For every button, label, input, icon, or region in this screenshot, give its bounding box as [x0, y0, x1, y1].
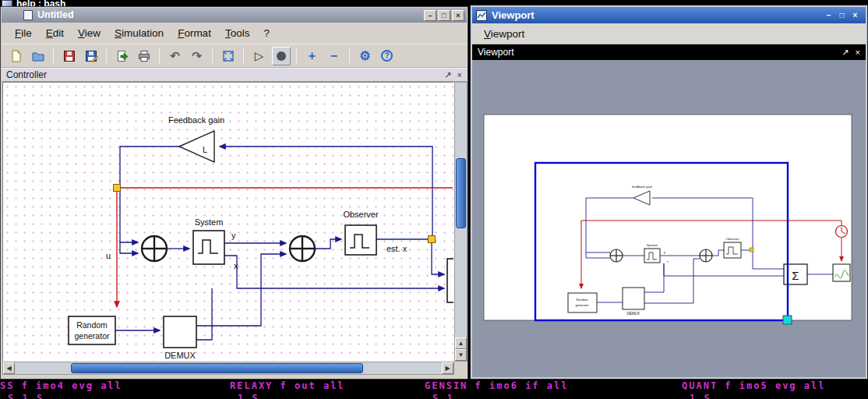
- horizontal-scroll-thumb[interactable]: [71, 363, 363, 373]
- scroll-right-button[interactable]: ▶: [442, 362, 453, 374]
- observer-block[interactable]: [345, 225, 376, 255]
- viewport-panel-header[interactable]: Viewport ↗ ×: [472, 44, 866, 60]
- vertical-scrollbar[interactable]: ▲ ▼: [454, 82, 468, 362]
- selection-resize-handle[interactable]: [783, 316, 792, 324]
- open-folder-icon: [31, 49, 45, 63]
- mini-random-label-1: Random: [576, 298, 588, 302]
- menu-help[interactable]: ?: [256, 25, 277, 41]
- mini-random-label-2: generator: [575, 303, 589, 307]
- play-icon: ▷: [255, 49, 264, 63]
- scroll-up-button[interactable]: ▲: [455, 337, 467, 349]
- system-block[interactable]: [193, 231, 224, 264]
- u-label: u: [106, 251, 111, 260]
- editor-window: Untitled – □ × File Edit View Simulation…: [0, 6, 468, 380]
- stop-button-face: [272, 47, 291, 65]
- mini-random-generator-block: Random generator: [568, 293, 597, 312]
- sum-block[interactable]: [142, 236, 167, 261]
- open-button[interactable]: [28, 47, 48, 65]
- compare-block[interactable]: + −: [447, 259, 454, 302]
- viewport-window: Viewport – □ × Viewport Viewport ↗ ×: [470, 5, 868, 380]
- minimize-button[interactable]: –: [424, 10, 436, 21]
- close-button[interactable]: ×: [452, 10, 464, 21]
- viewport-window-title: Viewport: [492, 9, 822, 21]
- menu-file[interactable]: File: [8, 25, 39, 41]
- export-icon: [115, 49, 129, 63]
- viewport-menubar: Viewport: [472, 23, 866, 44]
- options-button[interactable]: ⚙: [355, 47, 375, 65]
- link-node[interactable]: [114, 185, 121, 192]
- viewport-titlebar[interactable]: Viewport – □ ×: [472, 7, 866, 23]
- menu-tools[interactable]: Tools: [218, 25, 257, 41]
- demux-label: DEMUX: [164, 351, 196, 360]
- feedback-gain-label: Feedback gain: [168, 115, 224, 125]
- undo-icon: ↶: [170, 49, 180, 63]
- mini-demux-block: [623, 288, 644, 309]
- fit-diagram-button[interactable]: [218, 47, 238, 65]
- est-x-label: est. x: [386, 244, 408, 253]
- fit-to-view-icon: [221, 49, 235, 63]
- about-button[interactable]: ?: [377, 47, 397, 65]
- maximize-button[interactable]: □: [835, 9, 849, 22]
- x-label: x: [234, 261, 238, 270]
- menu-format[interactable]: Format: [171, 25, 218, 41]
- toolbar-separator: [349, 48, 350, 64]
- zoom-in-icon: +: [309, 49, 316, 63]
- random-generator-block[interactable]: Random generator: [69, 316, 115, 344]
- save-button[interactable]: [59, 47, 79, 65]
- undo-button[interactable]: ↶: [165, 47, 185, 65]
- stop-icon: [277, 51, 286, 61]
- viewport-content[interactable]: feedback gain System y x: [472, 60, 866, 377]
- panel-close-icon[interactable]: ×: [856, 48, 860, 57]
- viewport-panel-title: Viewport: [478, 47, 513, 58]
- document-icon: [23, 10, 33, 20]
- panel-close-icon[interactable]: ×: [457, 69, 462, 81]
- undock-icon[interactable]: ↗: [842, 48, 849, 58]
- new-button[interactable]: [6, 47, 26, 65]
- scroll-left-button[interactable]: ◀: [3, 362, 15, 374]
- export-button[interactable]: [112, 47, 132, 65]
- mini-scope-block: [833, 264, 850, 281]
- close-button[interactable]: ×: [849, 9, 862, 22]
- editor-titlebar[interactable]: Untitled – □ ×: [2, 8, 467, 23]
- controller-panel-header[interactable]: Controller ↗ ×: [2, 68, 467, 82]
- scroll-down-button[interactable]: ▼: [455, 349, 467, 361]
- menu-view[interactable]: View: [71, 25, 108, 41]
- zoom-in-button[interactable]: +: [302, 47, 322, 65]
- save-as-button[interactable]: [81, 47, 101, 65]
- vertical-scroll-thumb[interactable]: [456, 158, 466, 228]
- maximize-button[interactable]: □: [438, 10, 450, 21]
- terminal-output-line: GENSIN f imo6 if all: [425, 380, 569, 391]
- demux-block[interactable]: [164, 316, 196, 348]
- minimize-button[interactable]: –: [822, 9, 835, 22]
- menu-edit[interactable]: Edit: [39, 25, 71, 41]
- redo-button[interactable]: ↷: [187, 47, 206, 65]
- redo-icon: ↷: [192, 49, 202, 63]
- observer-label: Observer: [343, 210, 379, 219]
- terminal-output-line: SS f imo4 evg all: [0, 380, 122, 391]
- menu-viewport[interactable]: Viewport: [477, 26, 531, 42]
- system-label: System: [195, 217, 224, 227]
- zoom-out-button[interactable]: −: [324, 47, 344, 65]
- new-file-icon: [9, 49, 23, 63]
- save-as-icon: [84, 49, 98, 63]
- diagram-canvas[interactable]: L Feedback gain System: [2, 82, 454, 362]
- start-simulation-button[interactable]: ▷: [249, 47, 269, 65]
- gain-block[interactable]: L: [179, 131, 214, 162]
- help-icon: ?: [381, 50, 393, 62]
- print-button[interactable]: [134, 47, 153, 65]
- horizontal-scroll-track[interactable]: [15, 362, 442, 374]
- undock-icon[interactable]: ↗: [444, 69, 451, 81]
- clock-block[interactable]: [836, 226, 848, 238]
- mini-feedback-gain-label: feedback gain: [632, 185, 653, 189]
- horizontal-scrollbar[interactable]: ◀ ▶: [2, 362, 454, 375]
- menu-simulation[interactable]: Simulation: [108, 25, 171, 41]
- mini-observer-label: Observer: [725, 237, 739, 241]
- mini-demux-label: DEMUX: [627, 312, 640, 316]
- mini-y-label: y: [664, 250, 665, 254]
- toolbar-separator: [212, 48, 213, 64]
- sum-block[interactable]: [290, 236, 315, 261]
- link-node[interactable]: [429, 236, 436, 243]
- printer-icon: [137, 49, 151, 63]
- toolbar-separator: [159, 48, 160, 64]
- stop-simulation-button[interactable]: [271, 47, 291, 65]
